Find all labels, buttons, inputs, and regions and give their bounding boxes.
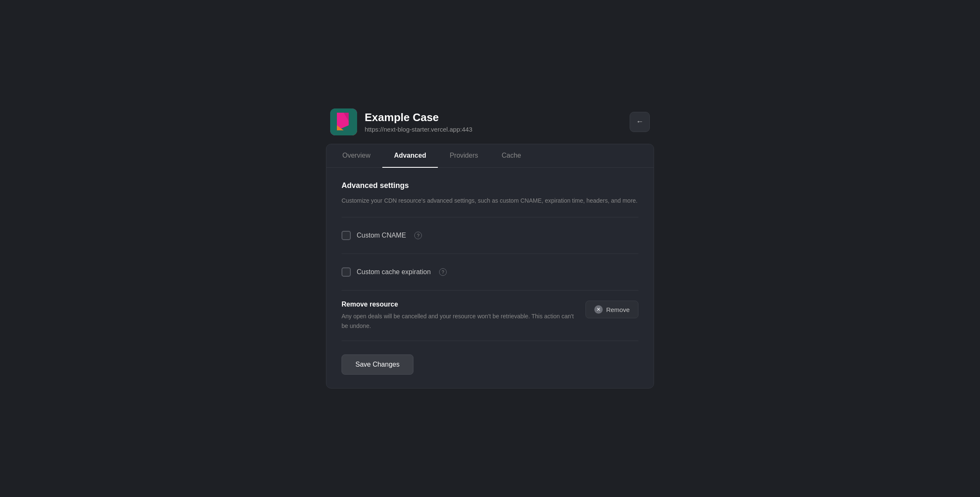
tabs-bar: Overview Advanced Providers Cache	[326, 144, 654, 168]
custom-cname-checkbox[interactable]	[342, 231, 351, 240]
header: Example Case https://next-blog-starter.v…	[326, 108, 654, 135]
app-url: https://next-blog-starter.vercel.app:443	[365, 126, 472, 133]
tab-providers[interactable]: Providers	[438, 144, 490, 168]
custom-cache-expiration-checkbox[interactable]	[342, 267, 351, 277]
remove-button-label: Remove	[606, 306, 630, 313]
remove-resource-title: Remove resource	[342, 301, 575, 308]
divider-4	[342, 341, 638, 341]
custom-cname-label: Custom CNAME	[357, 232, 406, 239]
arrow-left-icon: ←	[636, 117, 644, 126]
divider-2	[342, 254, 638, 254]
app-title: Example Case	[365, 111, 472, 124]
remove-resource-section: Remove resource Any open deals will be c…	[342, 301, 638, 330]
section-description: Customize your CDN resource's advanced s…	[342, 196, 638, 205]
custom-cache-expiration-help-icon[interactable]: ?	[439, 268, 447, 276]
header-left: Example Case https://next-blog-starter.v…	[330, 108, 472, 135]
section-title: Advanced settings	[342, 181, 638, 190]
main-card: Overview Advanced Providers Cache Advanc…	[326, 144, 654, 389]
back-button[interactable]: ←	[630, 112, 650, 132]
divider-3	[342, 290, 638, 291]
app-icon	[330, 108, 357, 135]
custom-cache-expiration-label: Custom cache expiration	[357, 268, 431, 276]
divider-1	[342, 217, 638, 217]
tab-cache[interactable]: Cache	[490, 144, 533, 168]
remove-info: Remove resource Any open deals will be c…	[342, 301, 575, 330]
remove-resource-description: Any open deals will be cancelled and you…	[342, 312, 575, 330]
tab-advanced[interactable]: Advanced	[382, 144, 438, 168]
tab-overview[interactable]: Overview	[331, 144, 382, 168]
remove-circle-icon: ✕	[594, 305, 603, 314]
remove-button[interactable]: ✕ Remove	[585, 301, 638, 318]
app-info: Example Case https://next-blog-starter.v…	[365, 111, 472, 133]
custom-cname-row: Custom CNAME ?	[342, 227, 638, 243]
save-changes-button[interactable]: Save Changes	[342, 354, 413, 375]
content-area: Advanced settings Customize your CDN res…	[326, 168, 654, 388]
custom-cache-expiration-row: Custom cache expiration ?	[342, 264, 638, 280]
custom-cname-help-icon[interactable]: ?	[414, 232, 422, 239]
